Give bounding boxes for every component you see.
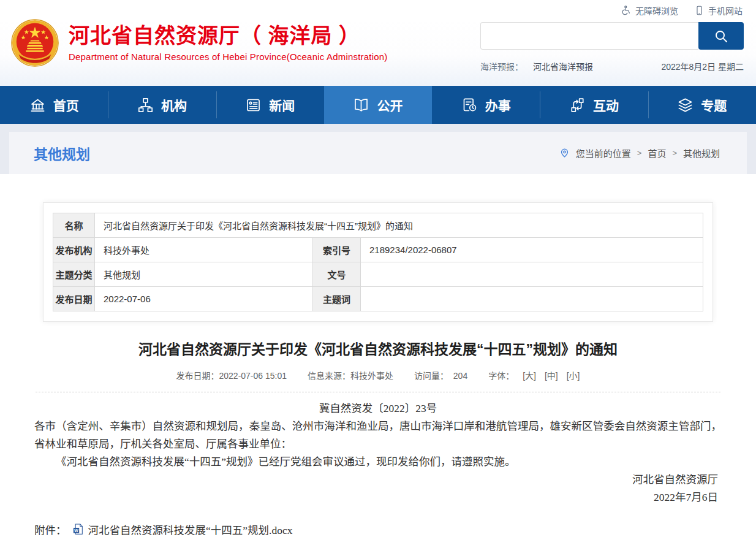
news-icon — [245, 97, 262, 113]
forecast-label: 海洋预报： — [480, 62, 523, 72]
meta-visits-count: 204 — [453, 371, 467, 381]
divider — [36, 392, 720, 392]
site-title: 河北省自然资源厅（ 海洋局 ） — [69, 22, 387, 50]
search-button[interactable] — [698, 22, 744, 50]
primary-nav: 首页 机构 新闻 公开 办事 互 — [0, 86, 756, 124]
nav-label: 公开 — [377, 96, 403, 114]
main-content: 名称 河北省自然资源厅关于印发《河北省自然资源科技发展“十四五”规划》的通知 发… — [0, 202, 756, 545]
word-doc-icon: W — [73, 524, 83, 535]
field-value-docnum — [361, 262, 703, 287]
accessibility-link[interactable]: 无障碍浏览 — [621, 4, 678, 17]
table-row: 主题分类 其他规划 文号 — [53, 262, 703, 287]
attachment-label: 附件： — [34, 522, 67, 537]
article-paragraph: 各市（含定州、辛集市）自然资源和规划局，秦皇岛、沧州市海洋和渔业局，唐山市海洋口… — [34, 417, 722, 453]
layers-icon — [677, 97, 694, 113]
mobile-site-label: 手机网站 — [708, 4, 743, 17]
current-date: 2022年8月2日 星期二 — [661, 60, 744, 72]
field-value-index: 2189234/2022-06807 — [361, 238, 703, 262]
page-title: 其他规划 — [34, 143, 90, 164]
wheelchair-icon — [621, 5, 632, 16]
meta-visits-label: 访问量： — [414, 371, 448, 381]
forecast-row: 海洋预报： 河北省海洋预报 — [480, 60, 593, 72]
nav-label: 办事 — [485, 96, 511, 114]
nav-item-home[interactable]: 首页 — [0, 86, 108, 124]
meta-publish-date: 发布日期：2022-07-06 15:01 — [176, 369, 287, 381]
breadcrumb-current[interactable]: 其他规划 — [683, 147, 720, 159]
article-paragraph: 《河北省自然资源科技发展“十四五”规划》已经厅党组会审议通过，现印发给你们，请遵… — [34, 453, 722, 471]
table-row: 发布机构 科技外事处 索引号 2189234/2022-06807 — [53, 238, 703, 262]
breadcrumb-separator: > — [672, 148, 677, 158]
field-label-agency: 发布机构 — [53, 238, 95, 262]
breadcrumb-band: 其他规划 您当前的位置 > 首页 > 其他规划 — [0, 124, 756, 174]
font-size-controls: 字体： [大] [中] [小] — [488, 369, 580, 381]
attachment-row: 附件： W 河北省自然资源科技发展“十四五”规划.docx — [34, 522, 722, 537]
field-value-keywords — [361, 287, 703, 311]
table-row: 发布日期 2022-07-06 主题词 — [53, 287, 703, 311]
font-size-medium-button[interactable]: [中] — [545, 369, 558, 381]
brand-text: 河北省自然资源厅（ 海洋局 ） Department of Natural Re… — [69, 18, 387, 62]
nav-item-public[interactable]: 公开 — [324, 86, 432, 124]
signature-date: 2022年7月6日 — [34, 489, 722, 506]
field-label-keywords: 主题词 — [313, 287, 361, 311]
field-label-index: 索引号 — [313, 238, 361, 262]
field-label-pubdate: 发布日期 — [53, 287, 95, 311]
meta-source: 信息来源：科技外事处 — [308, 369, 393, 381]
field-value-pubdate: 2022-07-06 — [95, 287, 313, 311]
font-size-small-button[interactable]: [小] — [567, 369, 580, 381]
article-body: 冀自然资发〔2022〕23号 各市（含定州、辛集市）自然资源和规划局，秦皇岛、沧… — [34, 400, 722, 506]
font-size-label: 字体： — [488, 369, 514, 381]
attachment-link[interactable]: 河北省自然资源科技发展“十四五”规划.docx — [88, 522, 293, 537]
breadcrumb-separator: > — [637, 148, 642, 158]
nav-label: 新闻 — [269, 96, 295, 114]
field-value-name: 河北省自然资源厅关于印发《河北省自然资源科技发展“十四五”规划》的通知 — [95, 213, 703, 238]
article-meta: 发布日期：2022-07-06 15:01 信息来源：科技外事处 访问量： 20… — [0, 369, 756, 381]
breadcrumb: 您当前的位置 > 首页 > 其他规划 — [559, 147, 720, 159]
brand: 河北省自然资源厅（ 海洋局 ） Department of Natural Re… — [10, 18, 387, 69]
official-doc-number: 冀自然资发〔2022〕23号 — [34, 400, 722, 417]
location-pin-icon — [559, 148, 570, 158]
nav-label: 互动 — [593, 96, 619, 114]
font-size-large-button[interactable]: [大] — [523, 369, 536, 381]
mobile-site-link[interactable]: 手机网站 — [694, 4, 743, 17]
book-icon — [353, 97, 369, 113]
svg-text:W: W — [74, 528, 78, 533]
nav-item-topics[interactable]: 专题 — [648, 86, 756, 124]
site-header: 河北省自然资源厅（ 海洋局 ） Department of Natural Re… — [0, 17, 756, 86]
forecast-link[interactable]: 河北省海洋预报 — [533, 62, 593, 72]
nav-label: 专题 — [701, 96, 727, 114]
site-subtitle: Department of Natural Resources of Hebei… — [69, 51, 387, 62]
breadcrumb-home[interactable]: 首页 — [648, 147, 666, 159]
article-title: 河北省自然资源厅关于印发《河北省自然资源科技发展“十四五”规划》的通知 — [43, 338, 713, 359]
field-label-category: 主题分类 — [53, 262, 95, 287]
field-label-name: 名称 — [53, 213, 95, 238]
field-value-agency: 科技外事处 — [95, 238, 313, 262]
document-info-table: 名称 河北省自然资源厅关于印发《河北省自然资源科技发展“十四五”规划》的通知 发… — [53, 213, 703, 311]
nav-item-news[interactable]: 新闻 — [216, 86, 324, 124]
breadcrumb-label: 您当前的位置 — [576, 147, 631, 159]
national-emblem-logo[interactable] — [10, 18, 60, 69]
search-area: 海洋预报： 河北省海洋预报 2022年8月2日 星期二 — [480, 22, 744, 72]
search-icon — [714, 29, 728, 44]
nav-label: 机构 — [161, 96, 187, 114]
nav-item-services[interactable]: 办事 — [432, 86, 540, 124]
phone-icon — [694, 5, 705, 16]
top-utility-bar: 无障碍浏览 手机网站 — [0, 0, 756, 17]
field-label-docnum: 文号 — [313, 262, 361, 287]
document-info-box: 名称 河北省自然资源厅关于印发《河北省自然资源科技发展“十四五”规划》的通知 发… — [43, 202, 713, 322]
org-icon — [137, 97, 154, 113]
search-input[interactable] — [480, 22, 698, 50]
breadcrumb-panel: 其他规划 您当前的位置 > 首页 > 其他规划 — [9, 132, 747, 174]
nav-label: 首页 — [53, 96, 79, 114]
home-icon — [29, 97, 46, 113]
cycle-icon — [569, 97, 586, 113]
signature-agency: 河北省自然资源厅 — [34, 471, 722, 489]
table-row: 名称 河北省自然资源厅关于印发《河北省自然资源科技发展“十四五”规划》的通知 — [53, 213, 703, 238]
field-value-category: 其他规划 — [95, 262, 313, 287]
meta-visits: 访问量： 204 — [414, 369, 467, 381]
doc-clock-icon — [461, 97, 478, 113]
accessibility-label: 无障碍浏览 — [635, 4, 678, 17]
nav-item-interaction[interactable]: 互动 — [540, 86, 648, 124]
nav-item-org[interactable]: 机构 — [108, 86, 216, 124]
